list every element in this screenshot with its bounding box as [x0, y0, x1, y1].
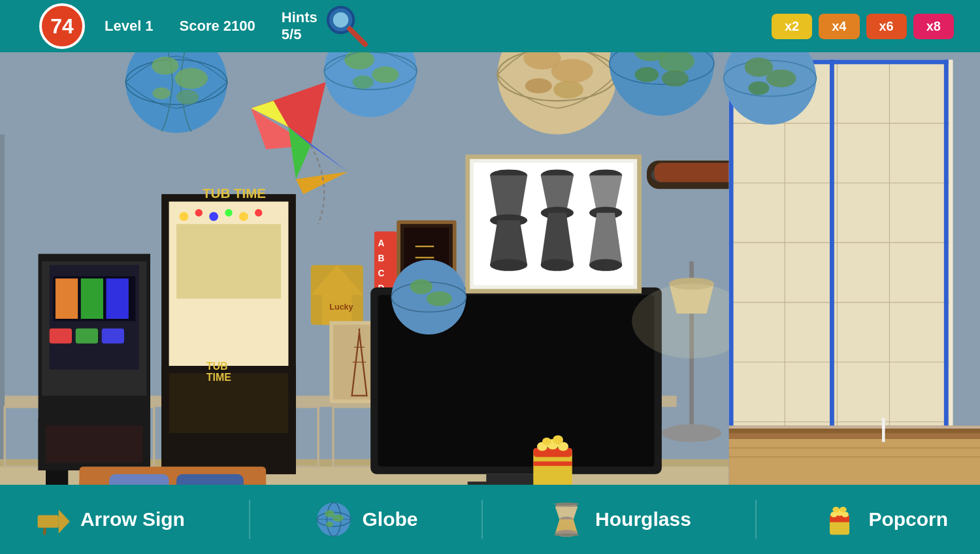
svg-point-152 — [662, 70, 689, 86]
svg-rect-21 — [46, 425, 143, 463]
svg-point-26 — [180, 212, 189, 221]
item-hourglass[interactable]: Hourglass — [547, 500, 691, 539]
multiplier-x6[interactable]: x6 — [866, 14, 907, 39]
svg-point-174 — [542, 438, 551, 445]
svg-text:B: B — [378, 253, 385, 263]
svg-rect-122 — [882, 418, 885, 442]
divider-2 — [482, 500, 483, 539]
svg-rect-198 — [830, 519, 849, 522]
svg-point-203 — [840, 507, 847, 513]
game-container: TUB TIME TUB TIME Lucky A B C D E — [0, 0, 980, 554]
svg-marker-180 — [59, 510, 70, 533]
svg-text:A: A — [378, 238, 385, 248]
svg-point-145 — [525, 78, 552, 93]
svg-point-134 — [152, 88, 170, 99]
item-arrow-sign[interactable]: Arrow Sign — [32, 500, 185, 539]
svg-rect-170 — [533, 461, 572, 466]
svg-rect-32 — [176, 224, 281, 299]
svg-point-150 — [659, 50, 694, 73]
svg-rect-15 — [81, 278, 103, 319]
hourglass-label: Hourglass — [595, 508, 691, 530]
hud-info: Level 1 Score 2100 Hints 5/5 — [105, 2, 752, 51]
svg-point-139 — [372, 67, 399, 83]
svg-text:TUB TIME: TUB TIME — [203, 186, 266, 201]
svg-point-144 — [551, 59, 593, 83]
svg-point-146 — [553, 80, 583, 98]
multiplier-x4[interactable]: x4 — [819, 14, 859, 39]
level-badge: 74 — [39, 3, 85, 49]
svg-line-178 — [350, 29, 365, 44]
svg-point-30 — [239, 212, 248, 221]
svg-point-132 — [152, 57, 178, 74]
arrow-sign-icon — [32, 500, 71, 539]
svg-rect-102 — [732, 63, 949, 489]
multiplier-x8[interactable]: x8 — [913, 14, 954, 39]
svg-point-195 — [554, 533, 580, 536]
svg-rect-123 — [729, 425, 980, 429]
svg-point-161 — [427, 291, 452, 306]
hud-bar: 74 Level 1 Score 2100 Hints 5/5 x2 x4 x6… — [0, 0, 980, 52]
svg-text:TUB: TUB — [206, 361, 228, 372]
svg-rect-179 — [37, 515, 58, 528]
svg-point-77 — [541, 259, 574, 271]
svg-point-133 — [175, 68, 208, 89]
divider-3 — [755, 500, 757, 539]
hourglass-icon — [547, 500, 586, 539]
svg-point-72 — [490, 259, 527, 271]
divider-1 — [249, 500, 250, 539]
scene: TUB TIME TUB TIME Lucky A B C D E — [0, 0, 980, 554]
svg-point-188 — [326, 521, 333, 527]
svg-text:C: C — [378, 269, 385, 278]
svg-point-201 — [842, 512, 849, 517]
hints-label: Hints 5/5 — [282, 9, 318, 43]
globe-icon — [314, 500, 353, 539]
item-globe[interactable]: Globe — [314, 500, 418, 539]
svg-rect-17 — [50, 329, 72, 344]
svg-point-28 — [209, 212, 218, 221]
svg-rect-18 — [76, 329, 98, 344]
multipliers: x2 x4 x6 x8 — [772, 14, 954, 39]
svg-point-29 — [225, 209, 232, 216]
popcorn-icon — [820, 500, 859, 539]
svg-rect-16 — [106, 278, 129, 319]
svg-point-138 — [344, 50, 374, 70]
svg-point-31 — [255, 209, 262, 216]
score-label: Score 2100 — [180, 18, 255, 35]
svg-text:Lucky: Lucky — [329, 302, 353, 312]
svg-point-194 — [554, 502, 580, 505]
svg-point-151 — [635, 67, 659, 82]
svg-point-135 — [176, 90, 199, 105]
magnifier-icon — [323, 2, 372, 51]
scene-svg: TUB TIME TUB TIME Lucky A B C D E — [0, 0, 980, 554]
svg-point-140 — [353, 75, 374, 89]
svg-point-156 — [766, 69, 796, 87]
hints-container: Hints 5/5 — [282, 2, 372, 51]
svg-point-160 — [410, 279, 433, 294]
svg-rect-19 — [102, 329, 124, 344]
svg-point-202 — [833, 507, 840, 513]
item-popcorn[interactable]: Popcorn — [820, 500, 948, 539]
level-label: Level 1 — [105, 18, 154, 35]
svg-point-157 — [748, 82, 769, 95]
svg-point-186 — [325, 510, 335, 517]
svg-rect-14 — [56, 278, 78, 319]
svg-point-97 — [662, 424, 721, 442]
globe-label: Globe — [363, 508, 418, 530]
multiplier-x2[interactable]: x2 — [772, 14, 812, 39]
svg-point-177 — [333, 12, 349, 27]
svg-rect-118 — [729, 433, 980, 439]
popcorn-label: Popcorn — [868, 508, 948, 530]
svg-point-187 — [332, 515, 343, 522]
items-bar: Arrow Sign Globe — [0, 485, 980, 554]
svg-text:TIME: TIME — [206, 372, 232, 383]
svg-point-175 — [553, 435, 563, 444]
arrow-sign-label: Arrow Sign — [80, 508, 185, 530]
svg-point-82 — [589, 259, 622, 271]
svg-rect-119 — [729, 439, 980, 487]
svg-point-27 — [195, 209, 203, 216]
